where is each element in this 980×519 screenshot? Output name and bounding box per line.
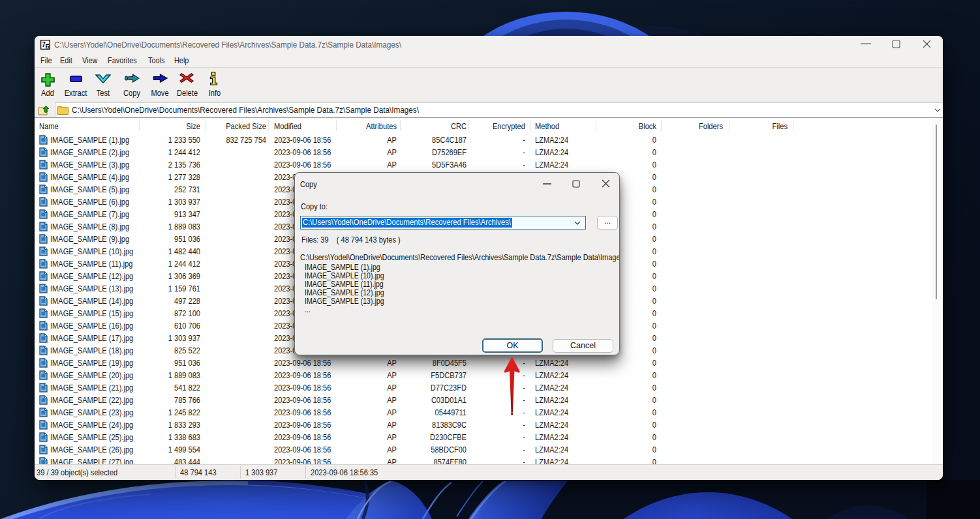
svg-text:z: z <box>46 43 49 50</box>
svg-text:7: 7 <box>42 41 46 48</box>
